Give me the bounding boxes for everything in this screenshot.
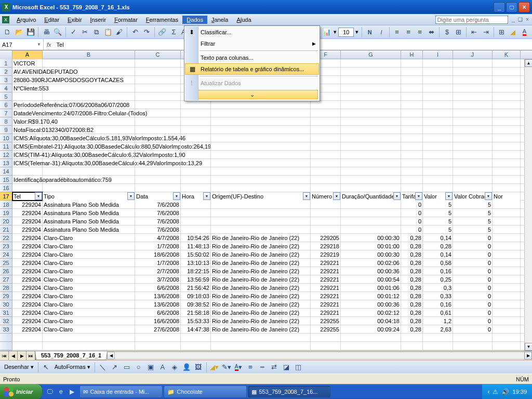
row-header[interactable]: 14 xyxy=(0,167,12,176)
col-header-I[interactable]: I xyxy=(423,50,453,59)
cell[interactable] xyxy=(493,325,521,334)
cell[interactable]: 0 xyxy=(453,234,493,242)
cell[interactable] xyxy=(135,68,181,76)
cell[interactable]: 0 xyxy=(453,325,493,334)
cell[interactable] xyxy=(311,184,341,192)
cell[interactable]: 0,28 xyxy=(401,284,423,292)
currency-button[interactable]: $ xyxy=(442,26,453,38)
cell[interactable] xyxy=(493,300,521,309)
col-header-A[interactable]: A xyxy=(12,50,43,59)
cell[interactable] xyxy=(311,101,341,109)
cell[interactable] xyxy=(12,184,43,192)
cell[interactable] xyxy=(401,126,423,134)
oval-button[interactable]: ○ xyxy=(133,362,144,373)
cell[interactable]: Data▼ xyxy=(135,192,181,201)
cell[interactable] xyxy=(401,167,423,176)
clipart-button[interactable]: 👤 xyxy=(181,362,192,373)
line-color-button[interactable]: ✎▾ xyxy=(221,362,232,373)
cell[interactable]: Valor Cobrado▼ xyxy=(453,192,493,201)
cell[interactable]: 7/6/2008 xyxy=(135,209,181,217)
wordart-button[interactable]: A xyxy=(157,362,168,373)
cell[interactable]: 5 xyxy=(423,217,453,225)
cell[interactable] xyxy=(493,284,521,292)
cell[interactable] xyxy=(43,76,135,84)
cell[interactable]: Assinatura Plano Sob Medida xyxy=(43,209,135,217)
sheet-nav-prev[interactable]: ◀ xyxy=(9,351,18,360)
taskbar-task[interactable]: ▦553_759_2008_7_16... xyxy=(248,385,331,398)
cell[interactable]: 00:04:18 xyxy=(341,317,401,325)
draw-menu[interactable]: Desenhar ▾ xyxy=(2,364,36,370)
cell[interactable] xyxy=(43,68,135,76)
cell[interactable]: 00:00:30 xyxy=(341,234,401,242)
cell[interactable]: 229221 xyxy=(311,300,341,309)
cell[interactable]: 0,58 xyxy=(423,259,453,267)
cell[interactable] xyxy=(493,68,521,76)
cell[interactable]: 0,16 xyxy=(423,267,453,275)
clock[interactable]: 19:39 xyxy=(512,389,527,395)
cell[interactable]: 229221 xyxy=(311,259,341,267)
cell[interactable] xyxy=(493,176,521,184)
cell[interactable]: 2,63 xyxy=(423,325,453,334)
cell[interactable]: 0,28 xyxy=(401,300,423,309)
cell[interactable]: 13:56:59 xyxy=(181,275,211,284)
cell[interactable]: 0,28 xyxy=(401,267,423,275)
sheet-nav-last[interactable]: ⏭ xyxy=(26,351,35,360)
menu-item-texto-para-colunas-[interactable]: Texto para colunas... xyxy=(185,52,319,63)
cell[interactable] xyxy=(493,342,521,350)
row-header[interactable]: 13 xyxy=(0,159,12,167)
cell[interactable]: 229218 xyxy=(311,242,341,250)
cell[interactable] xyxy=(43,134,135,142)
row-header[interactable]: 6 xyxy=(0,101,12,109)
cell[interactable]: 0,28 xyxy=(401,242,423,250)
align-left-button[interactable]: ≡ xyxy=(392,26,403,38)
cell[interactable] xyxy=(135,84,181,92)
cell[interactable]: 229204 xyxy=(12,259,43,267)
cell[interactable] xyxy=(311,167,341,176)
cell[interactable] xyxy=(135,76,181,84)
cell[interactable] xyxy=(493,167,521,176)
cell[interactable]: 13/6/2008 xyxy=(135,300,181,309)
cell[interactable] xyxy=(341,334,401,342)
cell[interactable]: 229204 xyxy=(12,309,43,317)
cell[interactable] xyxy=(135,176,181,184)
cell[interactable] xyxy=(311,334,341,342)
textbox-button[interactable]: ▣ xyxy=(145,362,156,373)
cell[interactable]: Claro-Claro xyxy=(43,317,135,325)
cell[interactable] xyxy=(401,101,423,109)
row-header[interactable]: 18 xyxy=(0,201,12,209)
filter-dropdown-button[interactable]: ▼ xyxy=(303,192,310,200)
arrow-button[interactable]: ↗ xyxy=(109,362,121,373)
maximize-button[interactable]: □ xyxy=(506,2,517,12)
vertical-scrollbar[interactable]: ▲ ▼ xyxy=(524,59,532,351)
cell[interactable]: Assinatura Plano Sob Medida xyxy=(43,225,135,234)
cell[interactable] xyxy=(211,342,311,350)
cell[interactable]: DatadeVencimento:24/07/2008-Filtro:Celul… xyxy=(12,109,43,117)
row-header[interactable]: 10 xyxy=(0,134,12,142)
cell[interactable] xyxy=(493,259,521,267)
cell[interactable] xyxy=(493,275,521,284)
mdi-minimize-button[interactable]: _ xyxy=(511,17,516,22)
cell[interactable] xyxy=(401,134,423,142)
row-header[interactable]: 22 xyxy=(0,234,12,242)
cell[interactable]: 0 xyxy=(453,300,493,309)
cell[interactable] xyxy=(181,134,211,142)
cell[interactable] xyxy=(311,342,341,350)
cell[interactable] xyxy=(311,159,341,167)
cell[interactable] xyxy=(401,59,423,68)
cell[interactable]: 0 xyxy=(453,242,493,250)
decrease-indent-button[interactable]: ⇤ xyxy=(469,26,480,38)
sheet-tab[interactable]: 553_759_2008_7_16_1 xyxy=(35,351,108,360)
col-header-J[interactable]: J xyxy=(453,50,493,59)
cell[interactable]: 2/7/2008 xyxy=(135,267,181,275)
increase-indent-button[interactable]: ⇥ xyxy=(481,26,491,38)
cell[interactable] xyxy=(43,159,135,167)
cell[interactable]: 4/7/2008 xyxy=(135,234,181,242)
cell[interactable]: Claro-Claro xyxy=(43,309,135,317)
cell[interactable]: Claro-Claro xyxy=(43,242,135,250)
cell[interactable] xyxy=(211,101,311,109)
cell[interactable] xyxy=(181,334,211,342)
cell[interactable] xyxy=(341,184,401,192)
cell[interactable] xyxy=(453,142,493,151)
cell[interactable]: 18:22:15 xyxy=(181,267,211,275)
cell[interactable]: 00:00:36 xyxy=(341,267,401,275)
